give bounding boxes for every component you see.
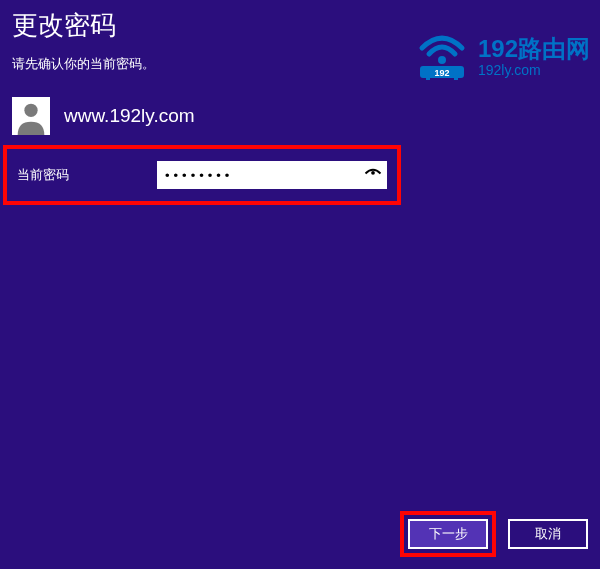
user-account-row: www.192ly.com: [12, 97, 600, 135]
current-password-input[interactable]: [157, 161, 359, 189]
svg-point-3: [438, 56, 446, 64]
next-button[interactable]: 下一步: [408, 519, 488, 549]
svg-rect-6: [426, 78, 430, 80]
router-icon: 192: [412, 30, 472, 84]
current-password-row: 当前密码: [3, 145, 401, 205]
watermark-text: 192路由网 192ly.com: [478, 36, 590, 78]
next-button-highlight: 下一步: [400, 511, 496, 557]
button-row: 下一步 取消: [400, 511, 588, 557]
user-icon: [12, 97, 50, 135]
svg-point-2: [371, 171, 375, 175]
watermark-sub: 192ly.com: [478, 63, 590, 78]
svg-rect-7: [454, 78, 458, 80]
eye-icon: [364, 166, 382, 184]
username-label: www.192ly.com: [64, 105, 195, 127]
cancel-button[interactable]: 取消: [508, 519, 588, 549]
password-input-wrap: [157, 161, 387, 189]
watermark-main: 192路由网: [478, 36, 590, 62]
current-password-label: 当前密码: [17, 166, 157, 184]
watermark-logo: 192 192路由网 192ly.com: [412, 30, 590, 84]
reveal-password-button[interactable]: [359, 161, 387, 189]
avatar: [12, 97, 50, 135]
svg-point-1: [24, 104, 37, 117]
svg-text:192: 192: [434, 68, 449, 78]
